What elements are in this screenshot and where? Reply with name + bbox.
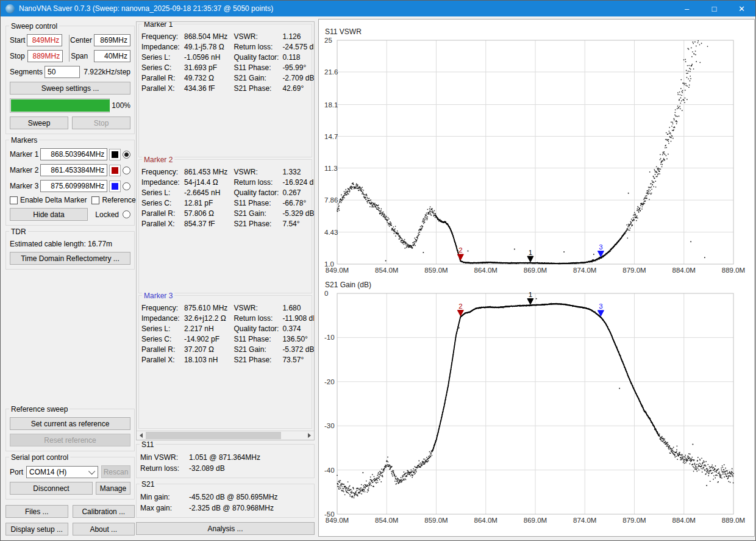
marker-data-label: Return loss: — [234, 42, 282, 52]
disconnect-button[interactable]: Disconnect — [10, 482, 93, 495]
svg-text:S11 VSWR: S11 VSWR — [325, 27, 362, 36]
marker-data-value: 854.37 fF — [184, 219, 227, 229]
marker2-select-radio[interactable] — [123, 167, 130, 174]
max-gain-label: Max gain: — [140, 503, 189, 513]
marker2-frequency-input[interactable] — [40, 164, 107, 176]
port-select[interactable]: COM14 (H) — [26, 466, 98, 478]
svg-text:14.7: 14.7 — [324, 133, 338, 140]
start-frequency-input[interactable] — [27, 34, 62, 46]
marker-data-value: -95.99° — [282, 63, 314, 73]
s21-gain-chart[interactable]: 2130-10-20-30-40-50849.0M854.0M859.0M864… — [323, 278, 749, 529]
marker-data-label: Parallel R: — [141, 73, 184, 83]
min-gain-value: -45.520 dB @ 850.695MHz — [189, 492, 310, 502]
svg-text:859.0M: 859.0M — [424, 517, 448, 524]
marker1-frequency-input[interactable] — [40, 148, 107, 160]
marker2-color-swatch — [112, 167, 118, 174]
svg-text:7.86: 7.86 — [324, 196, 338, 204]
marker-data-value: -1.0596 nH — [184, 52, 227, 62]
marker1-color-button[interactable] — [109, 149, 121, 160]
marker3-color-button[interactable] — [109, 181, 121, 192]
span-input[interactable] — [94, 50, 130, 62]
marker2-color-button[interactable] — [109, 165, 121, 176]
marker3-frequency-input[interactable] — [40, 180, 107, 192]
segments-label: Segments — [10, 68, 43, 76]
marker-scroll-area: Marker 1 Frequency:868.504 MHzImpedance:… — [136, 21, 315, 440]
s21-summary-title: S21 — [140, 480, 156, 489]
minimize-button-icon[interactable]: – — [673, 1, 701, 16]
marker-data-value: 434.36 fF — [184, 84, 227, 93]
enable-delta-marker-checkbox[interactable] — [10, 196, 18, 204]
locked-radio[interactable] — [123, 210, 130, 218]
s11-vswr-chart[interactable]: 2132521.618.114.711.37.864.431.0849.0M85… — [323, 24, 749, 278]
marker-data-value: -11.908 dB — [282, 313, 314, 323]
analysis-button[interactable]: Analysis ... — [136, 522, 315, 535]
marker-data-label: Parallel R: — [141, 345, 184, 354]
about-button[interactable]: About ... — [73, 523, 135, 536]
marker-data-value: -5.329 dB — [282, 209, 314, 218]
files-button[interactable]: Files ... — [5, 505, 68, 518]
marker-data-panel: Marker 1 Frequency:868.504 MHzImpedance:… — [136, 21, 315, 536]
marker-data-value: -14.902 pF — [184, 334, 227, 344]
sweep-control-group: Sweep control Start Center Stop Span — [5, 26, 135, 134]
close-button-icon[interactable]: ✕ — [728, 1, 755, 16]
reset-reference-button[interactable]: Reset reference — [10, 434, 130, 446]
marker-data-label: S21 Phase: — [234, 355, 282, 365]
svg-text:869.0M: 869.0M — [524, 517, 547, 524]
calibration-button[interactable]: Calibration ... — [73, 505, 135, 518]
marker-data-label: Frequency: — [141, 303, 184, 313]
svg-text:2: 2 — [458, 303, 462, 310]
marker-data-label: Impedance: — [141, 177, 184, 187]
scrollbar-thumb[interactable] — [146, 432, 281, 439]
marker-data-value: 136.50° — [282, 334, 314, 344]
segments-input[interactable] — [45, 66, 80, 78]
manage-button[interactable]: Manage — [96, 482, 130, 495]
tdr-group: TDR Estimated cable length: 16.77m Time … — [5, 231, 135, 270]
marker-data-value: 875.610 MHz — [184, 303, 227, 313]
marker3-color-swatch — [112, 183, 118, 190]
marker-data-value: 32.6+j12.2 Ω — [184, 313, 227, 323]
horizontal-scrollbar[interactable] — [137, 431, 314, 440]
marker-data-value: 73.57° — [282, 355, 314, 365]
marker-data-value: 0.118 — [282, 52, 314, 62]
svg-text:889.0M: 889.0M — [722, 517, 745, 524]
marker-info-panel: Marker 2 Frequency:861.453 MHzImpedance:… — [138, 159, 312, 293]
marker3-select-radio[interactable] — [123, 182, 130, 190]
scrollbar-track[interactable] — [146, 431, 305, 440]
marker-data-label: Quality factor: — [234, 52, 282, 62]
marker-info-title: Marker 1 — [142, 22, 174, 29]
marker-data-label: Parallel X: — [141, 84, 184, 93]
center-label: Center — [70, 36, 92, 45]
svg-text:874.0M: 874.0M — [573, 267, 596, 274]
tdr-button[interactable]: Time Domain Reflectometry ... — [10, 252, 130, 265]
marker3-label: Marker 3 — [10, 182, 38, 190]
marker-info-panel: Marker 3 Frequency:875.610 MHzImpedance:… — [138, 295, 312, 429]
maximize-button-icon[interactable]: □ — [701, 1, 728, 16]
sweep-settings-button[interactable]: Sweep settings ... — [10, 82, 130, 95]
marker1-select-radio[interactable] — [123, 151, 130, 159]
svg-text:849.0M: 849.0M — [326, 267, 349, 274]
stop-frequency-input[interactable] — [27, 50, 63, 62]
rescan-button[interactable]: Rescan — [101, 465, 130, 478]
svg-text:859.0M: 859.0M — [424, 267, 448, 274]
sweep-button[interactable]: Sweep — [10, 116, 68, 129]
set-reference-button[interactable]: Set current as reference — [10, 417, 130, 430]
reference-checkbox[interactable] — [91, 196, 99, 204]
marker-data-label: S11 Phase: — [234, 198, 282, 208]
titlebar: NanoVNA Saver 0.7.3 (Sweep: nanovna_2025… — [1, 1, 755, 16]
marker-data-label: Series L: — [141, 188, 184, 198]
marker-info-left-column: Frequency:868.504 MHzImpedance:49.1-j5.7… — [141, 32, 227, 143]
marker-data-value: 57.806 Ω — [184, 209, 227, 218]
marker-data-value: 12.81 pF — [184, 198, 227, 208]
scroll-right-icon[interactable] — [305, 431, 314, 440]
tdr-group-title: TDR — [9, 228, 28, 236]
marker-data-value: 49.732 Ω — [184, 73, 227, 83]
center-frequency-input[interactable] — [94, 34, 130, 46]
scroll-left-icon[interactable] — [137, 431, 146, 440]
hide-data-button[interactable]: Hide data — [10, 208, 88, 221]
app-window: NanoVNA Saver 0.7.3 (Sweep: nanovna_2025… — [0, 0, 756, 541]
marker-info-panels: Marker 1 Frequency:868.504 MHzImpedance:… — [137, 22, 314, 431]
stop-button[interactable]: Stop — [72, 116, 130, 129]
display-setup-button[interactable]: Display setup ... — [5, 523, 68, 536]
sweep-control-title: Sweep control — [9, 22, 59, 30]
s11-summary-title: S11 — [140, 440, 155, 449]
